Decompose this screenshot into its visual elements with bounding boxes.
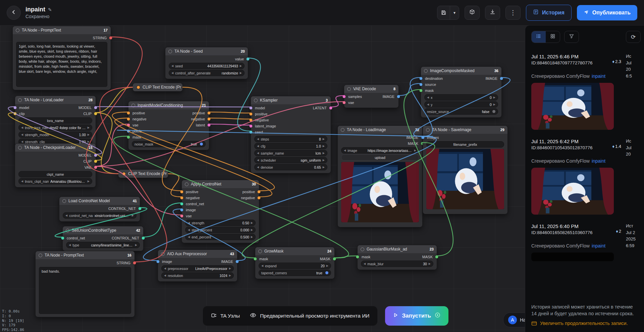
output-port[interactable] — [94, 154, 98, 157]
ta-node-checkpointloader-15[interactable]: TA Node - CheckpointLoader15MODELCLIPVAE… — [15, 143, 96, 187]
node-title-bar[interactable]: TA Node - LoadImage22 — [338, 126, 422, 134]
output-port[interactable] — [333, 257, 336, 261]
inpaintmodelconditioning-21[interactable]: InpaintModelConditioning21positivepositi… — [128, 101, 209, 150]
collapse-dot-icon[interactable] — [18, 98, 22, 102]
run-button[interactable]: Запустить — [385, 306, 448, 326]
history-button[interactable]: История — [526, 5, 572, 21]
decrement-arrow-icon[interactable]: ◀ — [257, 152, 259, 155]
input-port[interactable] — [127, 117, 130, 121]
increment-arrow-icon[interactable]: ▶ — [493, 103, 495, 106]
denoise-widget[interactable]: ◀denoise0.65▶ — [254, 164, 327, 170]
node-title-bar[interactable]: KSampler3 — [251, 96, 331, 104]
increment-arrow-icon[interactable]: ▶ — [251, 228, 253, 231]
toggle-knob-icon[interactable] — [200, 143, 203, 146]
decrement-arrow-icon[interactable]: ◀ — [427, 96, 429, 99]
increment-arrow-icon[interactable]: ▶ — [323, 166, 325, 169]
save-icon[interactable] — [437, 6, 450, 19]
noise_mask-toggle[interactable]: noise_masktrue — [132, 141, 206, 147]
history-entry[interactable]: Jul 11, 2025 6:40 PM♦2ID:884600165082651… — [531, 223, 641, 261]
toggle-knob-icon[interactable] — [325, 271, 328, 274]
increment-arrow-icon[interactable]: ▶ — [323, 137, 325, 141]
growmask-24[interactable]: GrowMask24maskMASK◀expand20▶tapered_corn… — [255, 247, 335, 279]
load-controlnet-model-41[interactable]: Load ControlNet Model41CONTROL_NET◀contr… — [59, 197, 140, 222]
increment-arrow-icon[interactable]: ▶ — [132, 214, 134, 217]
tnsrs_ckpt_name-widget[interactable]: ◀tnsrs_ckpt_nameAmanatsu (Illustrious) -… — [18, 178, 92, 184]
list-view-button[interactable] — [532, 31, 546, 43]
input-port[interactable] — [156, 260, 160, 264]
imagecompositemasked-36[interactable]: ImageCompositeMasked36destinationIMAGEso… — [421, 66, 502, 118]
history-thumbnail-collapsed[interactable] — [531, 253, 614, 261]
filename_prefix-widget[interactable]: filename_prefix — [426, 141, 504, 148]
input-port[interactable] — [127, 123, 130, 127]
input-port[interactable] — [342, 95, 346, 99]
decrement-arrow-icon[interactable]: ◀ — [21, 180, 23, 183]
decrement-arrow-icon[interactable]: ◀ — [261, 264, 263, 267]
input-port[interactable] — [180, 202, 184, 206]
output-port[interactable] — [133, 261, 137, 265]
increment-arrow-icon[interactable]: ▶ — [88, 133, 90, 136]
edit-title-icon[interactable]: ✎ — [48, 7, 52, 12]
setunioncontrolnettype-42[interactable]: SetUnionControlNetType42control_netCONTR… — [62, 226, 144, 251]
output-port[interactable] — [235, 260, 239, 264]
clip-text-encode-b[interactable]: CLIP Text Encode (Pr — [118, 169, 168, 178]
history-thumbnail[interactable] — [531, 168, 614, 215]
cfg-widget[interactable]: ◀cfg1.0▶ — [254, 143, 327, 149]
scheduler-widget[interactable]: ◀schedulersgm_uniform▶ — [254, 157, 327, 163]
resolution-widget[interactable]: ◀resolution1024▶ — [161, 272, 234, 279]
decrement-arrow-icon[interactable]: ◀ — [257, 137, 259, 141]
strength-widget[interactable]: ◀strength0.50▶ — [185, 220, 256, 226]
image-widget[interactable]: ◀imagehttps://image.tensorartassets.com/… — [341, 147, 419, 154]
decrement-arrow-icon[interactable]: ◀ — [21, 140, 23, 143]
collapse-dot-icon[interactable] — [168, 50, 172, 53]
decrement-arrow-icon[interactable]: ◀ — [188, 235, 190, 238]
decrement-arrow-icon[interactable]: ◀ — [69, 243, 71, 246]
save-options-chevron-icon[interactable]: ▾ — [450, 6, 459, 19]
output-port[interactable] — [142, 236, 145, 240]
refresh-history-button[interactable]: ⟳ — [626, 31, 641, 43]
workflow-link[interactable]: inpaint — [592, 73, 605, 79]
decrement-arrow-icon[interactable]: ◀ — [164, 274, 166, 277]
node-title-bar[interactable]: GrowMask24 — [255, 247, 334, 255]
node-title-bar[interactable]: GaussianBlurMask_ad23 — [358, 245, 437, 253]
node-title-bar[interactable]: AIO Aux Preprocessor43 — [158, 250, 237, 258]
output-port[interactable] — [94, 106, 98, 110]
control_after_generate-widget[interactable]: ◀control_after_generaterandomize▶ — [169, 70, 245, 76]
input-port[interactable] — [419, 83, 423, 87]
collapse-dot-icon[interactable] — [424, 69, 428, 73]
ta-nodes-button[interactable]: TA Узлы — [211, 313, 240, 320]
increment-arrow-icon[interactable]: ▶ — [251, 221, 253, 224]
collapse-dot-icon[interactable] — [347, 87, 351, 91]
output-port[interactable] — [435, 255, 439, 259]
output-port[interactable] — [329, 106, 333, 110]
collapse-dot-icon[interactable] — [185, 182, 189, 186]
input-port[interactable] — [127, 111, 130, 115]
node-title-bar[interactable]: Load ControlNet Model41 — [59, 197, 140, 205]
increment-arrow-icon[interactable]: ▶ — [323, 152, 325, 155]
upload-button[interactable]: upload — [341, 154, 419, 161]
increment-arrow-icon[interactable]: ▶ — [135, 243, 137, 246]
node-title-bar[interactable]: ImageCompositeMasked36 — [421, 67, 501, 75]
back-button[interactable] — [7, 6, 21, 20]
input-port[interactable] — [127, 135, 130, 139]
output-port[interactable] — [138, 207, 142, 211]
increment-arrow-icon[interactable]: ▶ — [88, 126, 90, 129]
input-port[interactable] — [180, 196, 184, 200]
increment-arrow-icon[interactable]: ▶ — [326, 264, 328, 267]
collapse-dot-icon[interactable] — [258, 250, 262, 253]
input-port[interactable] — [419, 89, 423, 93]
input-port[interactable] — [419, 77, 423, 80]
decrement-arrow-icon[interactable]: ◀ — [65, 214, 67, 217]
output-port[interactable] — [94, 166, 98, 169]
increment-arrow-icon[interactable]: ▶ — [240, 64, 242, 67]
node-title-bar[interactable]: InpaintModelConditioning21 — [128, 101, 209, 109]
increment-arrow-icon[interactable]: ▶ — [323, 159, 325, 162]
mask_blur-widget[interactable]: ◀mask_blur30▶ — [361, 261, 433, 267]
increment-arrow-icon[interactable]: ▶ — [229, 274, 231, 277]
y-widget[interactable]: ◀y0▶ — [424, 101, 498, 108]
output-port[interactable] — [257, 196, 261, 200]
collapse-dot-icon[interactable] — [18, 146, 22, 150]
decrement-arrow-icon[interactable]: ◀ — [188, 221, 190, 224]
input-port[interactable] — [180, 190, 184, 194]
filter-button[interactable] — [564, 31, 579, 43]
apply-controlnet-30[interactable]: Apply ControlNet30positivepositivenegati… — [181, 180, 259, 243]
